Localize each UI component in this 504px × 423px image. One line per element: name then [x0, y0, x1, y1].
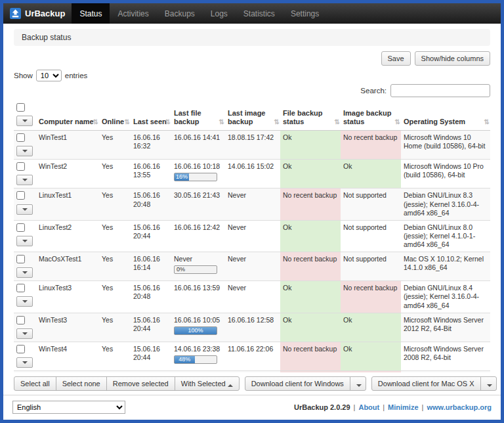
download-mac-caret-button[interactable]	[480, 376, 497, 391]
chevron-down-icon	[22, 332, 28, 335]
row-checkbox[interactable]	[16, 133, 25, 142]
showhide-columns-button[interactable]: Show/hide columns	[415, 51, 490, 66]
col-header-last-file-backup[interactable]: Last file backup⇅	[171, 101, 225, 131]
row-select-cell	[14, 281, 36, 313]
header-dropdown-toggle[interactable]	[16, 116, 33, 126]
tab-backups[interactable]: Backups	[157, 3, 203, 24]
urbackup-org-link[interactable]: www.urbackup.org	[427, 403, 492, 411]
brand[interactable]: UrBackup	[9, 3, 72, 24]
chevron-down-icon	[22, 120, 28, 122]
col-header-image-backup-status[interactable]: Image backup status⇅	[341, 101, 401, 131]
row-select-cell	[14, 342, 36, 370]
table-header-row: Computer name⇅ Online⇅ Last seen⇅ Last f…	[14, 101, 490, 131]
chevron-down-icon	[22, 150, 28, 152]
table-row: LinuxTest2 Yes 15.06.16 20:44 16.06.16 1…	[14, 220, 490, 252]
remove-selected-button[interactable]: Remove selected	[106, 376, 175, 391]
tab-activities[interactable]: Activities	[110, 3, 156, 24]
computer-name-cell: WinTest4	[36, 342, 99, 370]
computer-name-cell: WinTest2	[36, 160, 99, 189]
tab-logs[interactable]: Logs	[203, 3, 236, 24]
file-backup-status-cell: Ok	[280, 160, 341, 189]
col-header-computer-name[interactable]: Computer name⇅	[36, 101, 99, 131]
with-selected-button[interactable]: With Selected	[175, 376, 240, 391]
col-header-last-image-backup[interactable]: Last image backup⇅	[225, 101, 280, 131]
footer: English UrBackup 2.0.29 | About | Minimi…	[3, 395, 501, 420]
image-backup-status-cell: Ok	[341, 160, 401, 189]
row-checkbox[interactable]	[16, 284, 25, 292]
col-header-online[interactable]: Online⇅	[99, 101, 131, 131]
row-dropdown-toggle[interactable]	[16, 236, 33, 246]
download-linux-button[interactable]: Download client for Linux	[502, 376, 504, 391]
online-cell: No	[99, 370, 131, 372]
save-button[interactable]: Save	[381, 51, 411, 66]
footer-info: UrBackup 2.0.29 | About | Minimize | www…	[294, 403, 492, 411]
row-dropdown-toggle[interactable]	[16, 296, 33, 307]
progress-label: 48%	[175, 356, 195, 363]
operating-system-cell: Mac OS X 10.10.2; Kernel 14.1.0 x86_64	[401, 252, 490, 281]
language-select[interactable]: English	[12, 401, 125, 414]
row-checkbox[interactable]	[16, 223, 25, 232]
brand-label: UrBackup	[25, 9, 65, 18]
tab-status[interactable]: Status	[72, 3, 110, 24]
row-dropdown-toggle[interactable]	[16, 328, 33, 339]
bottom-actions: Select all Select none Remove selected W…	[14, 376, 490, 391]
select-all-button[interactable]: Select all	[14, 376, 56, 391]
row-checkbox[interactable]	[16, 345, 25, 353]
computer-name-cell: MacOsXTest1	[36, 252, 99, 281]
last-image-backup-cell: Never	[225, 252, 280, 281]
show-label: Show	[14, 72, 33, 79]
entries-select[interactable]: 10	[36, 70, 62, 81]
file-backup-status-cell: Ok	[280, 281, 341, 313]
row-select-cell	[14, 189, 36, 220]
last-file-backup-date: 16.06.16 10:18	[174, 162, 222, 171]
file-backup-progressbar: 100%	[174, 326, 217, 335]
download-windows-button[interactable]: Download client for Windows	[245, 376, 350, 391]
row-checkbox[interactable]	[16, 191, 25, 200]
tab-settings[interactable]: Settings	[283, 3, 327, 24]
row-checkbox[interactable]	[16, 255, 25, 263]
status-table-body: WinTest1 Yes 16.06.16 16:32 16.06.16 14:…	[14, 131, 490, 372]
file-backup-status-cell: No recent backup	[280, 189, 341, 220]
table-row: WinTest3 Yes 15.06.16 20:44 16.06.16 10:…	[14, 313, 490, 342]
row-dropdown-toggle[interactable]	[16, 357, 33, 368]
table-row: WinTest5 No 20.02.14 20:18 Never Never N…	[14, 370, 490, 372]
file-backup-status-cell: No recent backup	[280, 370, 341, 372]
col-header-operating-system[interactable]: Operating System⇅	[401, 101, 490, 131]
last-seen-cell: 16.06.16 16:32	[131, 131, 171, 160]
download-windows-group: Download client for Windows	[245, 376, 366, 391]
row-dropdown-toggle[interactable]	[16, 175, 33, 185]
row-select-cell	[14, 160, 36, 189]
col-header-file-backup-status[interactable]: File backup status⇅	[280, 101, 341, 131]
row-dropdown-toggle[interactable]	[16, 204, 33, 215]
download-mac-button[interactable]: Download client for Mac OS X	[371, 376, 481, 391]
download-windows-caret-button[interactable]	[350, 376, 366, 391]
select-none-button[interactable]: Select none	[56, 376, 107, 391]
tab-statistics[interactable]: Statistics	[236, 3, 283, 24]
operating-system-cell	[401, 370, 490, 372]
file-backup-progressbar: 48%	[174, 355, 217, 364]
file-backup-status-cell: Ok	[280, 131, 341, 160]
download-linux-group: Download client for Linux	[502, 376, 504, 391]
last-seen-cell: 15.06.16 20:48	[131, 281, 171, 313]
row-select-cell	[14, 252, 36, 281]
table-row: LinuxTest3 Yes 15.06.16 20:48 16.06.16 1…	[14, 281, 490, 313]
last-seen-cell: 15.06.16 20:44	[131, 313, 171, 342]
image-backup-status-cell: Not supported	[341, 252, 401, 281]
last-seen-cell: 20.02.14 20:18	[131, 370, 171, 372]
row-checkbox[interactable]	[16, 316, 25, 324]
last-file-backup-date: 16.06.16 14:41	[174, 133, 222, 142]
online-cell: Yes	[99, 160, 131, 189]
row-checkbox[interactable]	[16, 162, 25, 171]
row-dropdown-toggle[interactable]	[16, 267, 33, 278]
last-file-backup-cell: Never 0%	[171, 252, 225, 281]
sort-icon: ⇅	[219, 118, 224, 126]
row-dropdown-toggle[interactable]	[16, 146, 33, 156]
col-header-last-seen[interactable]: Last seen⇅	[131, 101, 171, 131]
search-input[interactable]	[390, 84, 490, 97]
last-image-backup-cell: Never	[225, 189, 280, 220]
last-file-backup-date: 16.06.16 10:05	[174, 316, 222, 324]
minimize-link[interactable]: Minimize	[388, 403, 418, 411]
select-all-checkbox[interactable]	[16, 103, 25, 112]
progress-label: 16%	[175, 173, 189, 181]
about-link[interactable]: About	[358, 403, 379, 411]
